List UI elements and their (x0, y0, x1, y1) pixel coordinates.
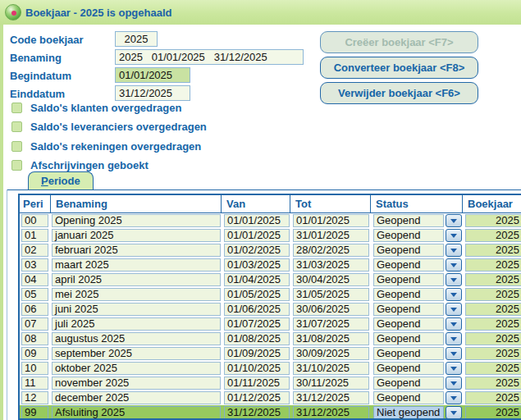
status-dropdown-button[interactable] (446, 288, 462, 301)
period-code-cell[interactable]: 03 (21, 258, 48, 272)
table-row[interactable]: 11 november 2025 01/11/2025 30/11/2025 G… (20, 376, 521, 390)
table-row[interactable]: 04 april 2025 01/04/2025 30/04/2025 Geop… (20, 272, 521, 287)
period-name-cell[interactable]: juli 2025 (52, 317, 221, 331)
period-code-cell[interactable]: 09 (21, 347, 48, 360)
period-year-cell[interactable]: 2025 (465, 258, 521, 272)
period-year-cell[interactable]: 2025 (465, 214, 521, 227)
status-dropdown-button[interactable] (446, 273, 462, 286)
period-status-cell[interactable]: Geopend (373, 317, 444, 331)
period-status-cell[interactable]: Geopend (373, 303, 444, 316)
period-status-cell[interactable]: Geopend (373, 244, 444, 257)
period-code-cell[interactable]: 05 (21, 288, 48, 301)
period-code-cell[interactable]: 00 (21, 214, 48, 227)
saldos-leveranciers-checkbox[interactable] (11, 121, 22, 132)
period-name-cell[interactable]: april 2025 (52, 273, 221, 286)
status-dropdown-button[interactable] (446, 406, 462, 419)
period-code-cell[interactable]: 08 (21, 332, 48, 345)
period-name-cell[interactable]: december 2025 (52, 391, 221, 404)
period-status-cell[interactable]: Geopend (373, 347, 444, 360)
period-year-cell[interactable]: 2025 (465, 406, 521, 419)
period-status-cell[interactable]: Geopend (373, 214, 444, 227)
period-name-cell[interactable]: juni 2025 (52, 303, 221, 316)
period-from-cell[interactable]: 01/07/2025 (224, 317, 290, 331)
period-name-cell[interactable]: mei 2025 (52, 288, 221, 301)
period-status-cell[interactable]: Geopend (373, 288, 444, 301)
period-from-cell[interactable]: 01/02/2025 (224, 244, 290, 257)
period-to-cell[interactable]: 31/03/2025 (293, 258, 369, 272)
period-status-cell[interactable]: Geopend (373, 258, 444, 272)
period-name-cell[interactable]: september 2025 (52, 347, 221, 360)
period-code-cell[interactable]: 99 (21, 406, 48, 419)
period-name-cell[interactable]: Opening 2025 (52, 214, 221, 227)
status-dropdown-button[interactable] (446, 391, 462, 404)
period-code-cell[interactable]: 02 (21, 244, 48, 257)
status-dropdown-button[interactable] (446, 303, 462, 316)
period-to-cell[interactable]: 30/11/2025 (293, 377, 369, 390)
period-from-cell[interactable]: 01/03/2025 (224, 258, 290, 272)
status-dropdown-button[interactable] (446, 244, 462, 257)
period-to-cell[interactable]: 31/01/2025 (293, 229, 369, 242)
table-row[interactable]: 08 augustus 2025 01/08/2025 31/08/2025 G… (20, 331, 521, 346)
table-row[interactable]: 10 oktober 2025 01/10/2025 31/10/2025 Ge… (20, 361, 521, 376)
table-row[interactable]: 03 maart 2025 01/03/2025 31/03/2025 Geop… (20, 258, 521, 272)
einddatum-field[interactable]: 31/12/2025 (115, 85, 190, 101)
period-to-cell[interactable]: 30/09/2025 (293, 347, 369, 360)
period-status-cell[interactable]: Geopend (373, 391, 444, 404)
period-to-cell[interactable]: 31/08/2025 (293, 332, 369, 345)
period-from-cell[interactable]: 01/06/2025 (224, 303, 290, 316)
period-from-cell[interactable]: 01/12/2025 (224, 391, 290, 404)
status-dropdown-button[interactable] (446, 377, 462, 390)
period-from-cell[interactable]: 01/11/2025 (224, 377, 290, 390)
status-dropdown-button[interactable] (446, 258, 462, 272)
period-status-cell[interactable]: Geopend (373, 273, 444, 286)
period-to-cell[interactable]: 30/04/2025 (293, 273, 369, 286)
converteer-boekjaar-button[interactable]: Converteer boekjaar <F8> (320, 57, 478, 79)
period-name-cell[interactable]: oktober 2025 (52, 362, 221, 375)
period-year-cell[interactable]: 2025 (465, 288, 521, 301)
period-status-cell[interactable]: Niet geopend (373, 406, 444, 419)
table-row[interactable]: 07 juli 2025 01/07/2025 31/07/2025 Geope… (20, 317, 521, 331)
period-code-cell[interactable]: 12 (21, 391, 48, 404)
period-code-cell[interactable]: 06 (21, 303, 48, 316)
table-row[interactable]: 09 september 2025 01/09/2025 30/09/2025 … (20, 346, 521, 361)
saldos-klanten-checkbox[interactable] (11, 103, 22, 113)
period-year-cell[interactable]: 2025 (465, 362, 521, 375)
code-boekjaar-field[interactable]: 2025 (115, 31, 158, 47)
period-from-cell[interactable]: 01/08/2025 (224, 332, 290, 345)
period-status-cell[interactable]: Geopend (373, 362, 444, 375)
period-from-cell[interactable]: 01/10/2025 (224, 362, 290, 375)
period-from-cell[interactable]: 01/05/2025 (224, 288, 290, 301)
afschrijvingen-checkbox[interactable] (11, 160, 22, 171)
period-year-cell[interactable]: 2025 (465, 391, 521, 404)
period-to-cell[interactable]: 30/06/2025 (293, 303, 369, 316)
tab-periode[interactable]: Periode (28, 171, 94, 190)
benaming-field[interactable]: 2025 01/01/2025 31/12/2025 (115, 49, 304, 65)
status-dropdown-button[interactable] (446, 214, 462, 227)
period-to-cell[interactable]: 31/12/2025 (293, 391, 369, 404)
period-code-cell[interactable]: 11 (21, 377, 48, 390)
saldos-rekeningen-checkbox[interactable] (11, 141, 22, 152)
table-row[interactable]: 02 februari 2025 01/02/2025 28/02/2025 G… (20, 243, 521, 258)
period-name-cell[interactable]: maart 2025 (52, 258, 221, 272)
period-status-cell[interactable]: Geopend (373, 377, 444, 390)
period-name-cell[interactable]: januari 2025 (52, 229, 221, 242)
creeer-boekjaar-button[interactable]: Creëer boekjaar <F7> (320, 31, 478, 53)
period-to-cell[interactable]: 31/05/2025 (293, 288, 369, 301)
period-from-cell[interactable]: 31/12/2025 (224, 406, 290, 419)
verwijder-boekjaar-button[interactable]: Verwijder boekjaar <F6> (320, 82, 478, 104)
period-from-cell[interactable]: 01/01/2025 (224, 229, 290, 242)
period-status-cell[interactable]: Geopend (373, 229, 444, 242)
period-year-cell[interactable]: 2025 (465, 229, 521, 242)
begindatum-field[interactable]: 01/01/2025 (115, 67, 190, 83)
period-name-cell[interactable]: augustus 2025 (52, 332, 221, 345)
table-row[interactable]: 01 januari 2025 01/01/2025 31/01/2025 Ge… (20, 228, 521, 243)
period-name-cell[interactable]: februari 2025 (52, 244, 221, 257)
period-year-cell[interactable]: 2025 (465, 347, 521, 360)
status-dropdown-button[interactable] (446, 347, 462, 360)
period-name-cell[interactable]: Afsluiting 2025 (52, 406, 221, 419)
period-year-cell[interactable]: 2025 (465, 317, 521, 331)
period-from-cell[interactable]: 01/09/2025 (224, 347, 290, 360)
table-row[interactable]: 99 Afsluiting 2025 31/12/2025 31/12/2025… (20, 405, 521, 420)
status-dropdown-button[interactable] (446, 317, 462, 331)
period-from-cell[interactable]: 01/04/2025 (224, 273, 290, 286)
